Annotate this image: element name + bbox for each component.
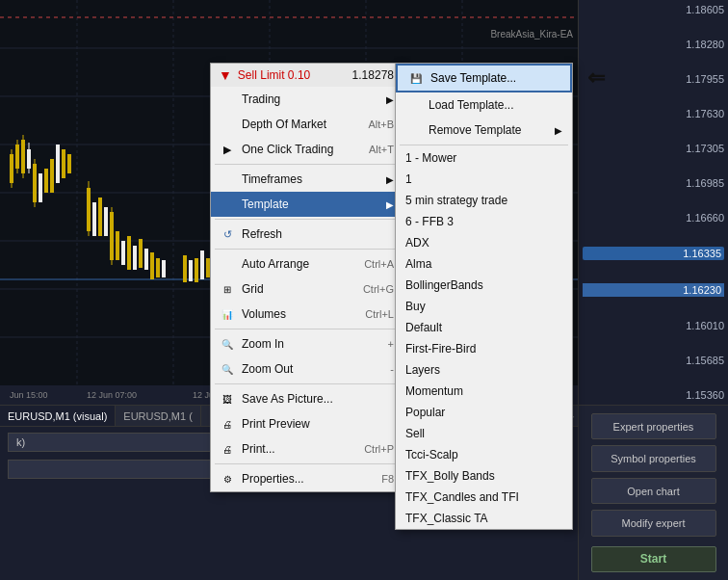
template-default[interactable]: Default (396, 317, 572, 338)
price-10: 1.16010 (583, 320, 724, 331)
template-bollinger[interactable]: BollingerBands (396, 275, 572, 296)
template-layers[interactable]: Layers (396, 359, 572, 381)
volumes-shortcut: Ctrl+L (365, 308, 394, 320)
template-first-fire-bird[interactable]: First-Fire-Bird (396, 338, 572, 359)
template-ffb3[interactable]: 6 - FFB 3 (396, 211, 572, 232)
ea-label: BreakAsia_Kira-EA (490, 29, 573, 40)
template-alma[interactable]: Alma (396, 253, 572, 275)
template-one[interactable]: 1 (396, 169, 572, 190)
svg-rect-43 (150, 252, 154, 279)
template-tfx-classic[interactable]: TFX_Classic TA (396, 508, 572, 529)
template-first-fire-bird-label: First-Fire-Bird (405, 342, 476, 356)
svg-rect-37 (116, 231, 119, 260)
template-buy[interactable]: Buy (396, 296, 572, 317)
refresh-icon: ↺ (219, 225, 236, 243)
right-panel: Expert properties Symbol properties Open… (578, 405, 728, 580)
menu-print[interactable]: 🖨 Print... Ctrl+P (211, 436, 402, 461)
start-button[interactable]: Start (591, 546, 716, 572)
template-sell[interactable]: Sell (396, 423, 572, 444)
one-click-shortcut: Alt+T (369, 144, 394, 155)
sep-4 (215, 329, 398, 330)
menu-one-click[interactable]: ▶ One Click Trading Alt+T (211, 137, 402, 162)
svg-rect-39 (127, 236, 131, 270)
menu-zoom-out[interactable]: 🔍 Zoom Out - (211, 356, 402, 382)
save-template-label: Save Template... (430, 71, 516, 85)
template-strategy[interactable]: 5 min strategy trade (396, 190, 572, 211)
load-template-item[interactable]: Load Template... (396, 92, 572, 118)
menu-refresh[interactable]: ↺ Refresh (211, 222, 402, 247)
print-icon: 🖨 (219, 440, 236, 458)
auto-arrange-label: Auto Arrange (242, 257, 309, 271)
template-layers-label: Layers (405, 363, 440, 377)
menu-properties[interactable]: ⚙ Properties... F8 (211, 466, 402, 491)
sell-icon: ▼ (219, 67, 232, 83)
svg-rect-40 (133, 246, 137, 270)
one-click-label: One Click Trading (242, 143, 333, 156)
menu-zoom-in[interactable]: 🔍 Zoom In + (211, 331, 402, 356)
template-tcci[interactable]: Tcci-Scalp (396, 444, 572, 465)
template-momentum[interactable]: Momentum (396, 381, 572, 402)
sep-5 (215, 383, 398, 384)
svg-rect-29 (67, 154, 71, 173)
save-pic-label: Save As Picture... (242, 392, 333, 406)
sep-3 (215, 249, 398, 250)
cursor-arrow-icon: ⇐ (587, 66, 605, 91)
menu-depth[interactable]: Depth Of Market Alt+B (211, 112, 402, 137)
sep-1 (215, 164, 398, 165)
template-mower[interactable]: 1 - Mower (396, 147, 572, 169)
menu-auto-arrange[interactable]: Auto Arrange Ctrl+A (211, 251, 402, 277)
template-tfx-candles[interactable]: TFX_Candles and TFI (396, 487, 572, 508)
timeframes-arrow: ▶ (386, 174, 394, 185)
template-adx[interactable]: ADX (396, 232, 572, 253)
menu-timeframes[interactable]: Timeframes ▶ (211, 167, 402, 192)
menu-grid[interactable]: ⊞ Grid Ctrl+G (211, 277, 402, 302)
template-tfx-classic-label: TFX_Classic TA (405, 512, 488, 525)
menu-print-preview[interactable]: 🖨 Print Preview (211, 411, 402, 436)
menu-save-pic[interactable]: 🖼 Save As Picture... (211, 386, 402, 411)
template-label: Template (242, 198, 289, 211)
template-one-label: 1 (405, 172, 412, 186)
menu-template[interactable]: Template ▶ (211, 192, 402, 217)
svg-rect-46 (183, 255, 187, 282)
svg-rect-34 (104, 207, 108, 236)
save-template-icon: 💾 (407, 69, 425, 87)
svg-rect-48 (195, 258, 198, 282)
svg-text:12 Jun 07:00: 12 Jun 07:00 (87, 390, 137, 400)
template-submenu: 💾 Save Template... ⇐ Load Template... Re… (395, 63, 573, 530)
sell-limit-item[interactable]: ▼ Sell Limit 0.10 1.18278 (211, 64, 402, 87)
properties-icon: ⚙ (219, 470, 236, 488)
template-popular[interactable]: Popular (396, 402, 572, 423)
menu-volumes[interactable]: 📊 Volumes Ctrl+L (211, 302, 402, 327)
save-template-item[interactable]: 💾 Save Template... ⇐ (396, 64, 572, 92)
print-shortcut: Ctrl+P (364, 443, 394, 455)
svg-rect-26 (50, 159, 54, 193)
print-preview-label: Print Preview (242, 417, 310, 431)
remove-template-item[interactable]: Remove Template ▶ (396, 118, 572, 143)
symbol-properties-button[interactable]: Symbol properties (591, 445, 716, 471)
tab-2[interactable]: EURUSD,M1 ( (116, 406, 201, 426)
properties-label: Properties... (242, 472, 304, 486)
svg-rect-49 (200, 250, 204, 279)
depth-icon (219, 116, 236, 133)
print-label: Print... (242, 442, 275, 456)
template-popular-label: Popular (405, 406, 445, 419)
svg-rect-24 (39, 173, 42, 202)
zoom-in-icon: 🔍 (219, 335, 236, 353)
remove-template-label: Remove Template (429, 123, 522, 137)
modify-expert-button[interactable]: Modify expert (591, 510, 716, 536)
menu-trading[interactable]: Trading ▶ (211, 87, 402, 112)
template-bollinger-label: BollingerBands (405, 278, 483, 292)
submenu-sep (400, 145, 568, 145)
template-tfx-bolly[interactable]: TFX_Bolly Bands (396, 465, 572, 487)
one-click-icon: ▶ (219, 141, 236, 158)
expert-properties-button[interactable]: Expert properties (591, 413, 716, 439)
template-ffb3-label: 6 - FFB 3 (405, 215, 454, 228)
svg-rect-47 (189, 260, 193, 281)
zoom-in-label: Zoom In (242, 337, 284, 351)
svg-rect-44 (156, 258, 160, 277)
depth-shortcut: Alt+B (368, 119, 394, 130)
tab-1[interactable]: EURUSD,M1 (visual) (0, 406, 116, 426)
template-adx-label: ADX (405, 236, 429, 250)
open-chart-button[interactable]: Open chart (591, 478, 716, 504)
trading-icon (219, 91, 236, 108)
